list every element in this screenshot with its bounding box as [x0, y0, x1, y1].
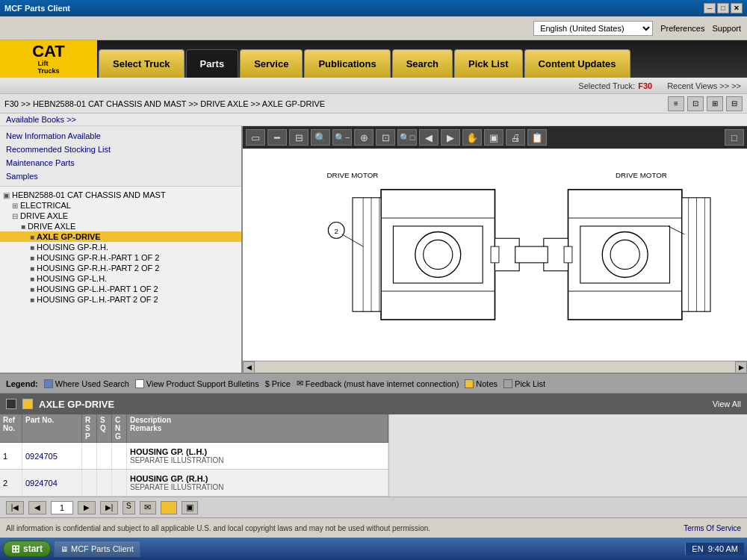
window-controls: ─ □ ✕ [704, 3, 743, 13]
tab-service[interactable]: Service [240, 49, 303, 78]
tab-search[interactable]: Search [392, 49, 453, 78]
tree-icon: ■ [30, 264, 34, 273]
support-link[interactable]: Support [712, 24, 741, 33]
taskbar-app-item[interactable]: 🖥 MCF Parts Client [54, 541, 140, 557]
tab-parts[interactable]: Parts [186, 49, 239, 78]
nav-first-btn[interactable]: |◀ [6, 501, 24, 514]
page-input[interactable] [51, 501, 73, 514]
parts-desc-1: HOUSING GP. (L.H.) SEPARATE ILLUSTRATION [127, 443, 388, 469]
breadcrumb-icon-3[interactable]: ⊞ [707, 96, 723, 111]
tree-item[interactable]: ■ DRIVE AXLE [0, 221, 241, 231]
tree-icon: ⊞ [12, 202, 18, 210]
tree-item[interactable]: ■ HOUSING GP-R.H.-PART 1 OF 2 [0, 252, 241, 263]
horizontal-scrollbar[interactable]: ◀ ▶ [243, 361, 747, 373]
language-select[interactable]: English (United States) [533, 21, 653, 36]
legend-bulletins: View Product Support Bulletins [135, 379, 259, 388]
breadcrumb-icon-4[interactable]: ⊟ [726, 96, 743, 111]
parts-color-yellow[interactable] [22, 399, 33, 409]
scroll-right-btn[interactable]: ▶ [735, 361, 747, 373]
tree-item[interactable]: ■ HOUSING GP-R.H.-PART 2 OF 2 [0, 263, 241, 273]
gray-box-btn[interactable]: ▣ [182, 501, 198, 514]
parts-partno-1[interactable]: 0924705 [22, 443, 82, 469]
parts-rows: 1 0924705 HOUSING GP. (L.H.) SEPARATE IL… [0, 443, 388, 497]
diag-btn-view[interactable]: ▣ [484, 129, 503, 146]
diag-btn-split[interactable]: ⊟ [289, 129, 309, 146]
legend-notes: Notes [465, 379, 498, 388]
diag-btn-window[interactable]: □ [725, 129, 744, 146]
legend-box-blue [44, 379, 53, 388]
tab-select-truck[interactable]: Select Truck [99, 49, 185, 78]
scroll-left-btn[interactable]: ◀ [243, 361, 255, 373]
view-all-link[interactable]: View All [713, 399, 741, 408]
maximize-button[interactable]: □ [717, 3, 729, 13]
parts-right-panel [388, 414, 747, 497]
recent-views-link[interactable]: Recent Views >> [667, 81, 741, 90]
diag-btn-zoom-fit[interactable]: ⊕ [354, 129, 374, 146]
tree-icon: ▣ [3, 191, 10, 199]
tab-content-updates[interactable]: Content Updates [524, 49, 630, 78]
diag-btn-prev[interactable]: ◀ [419, 129, 438, 146]
diag-btn-next[interactable]: ▶ [441, 129, 460, 146]
sidebar-link-stocking[interactable]: Recommended Stocking List [6, 143, 235, 156]
legend-box-gray [503, 379, 512, 388]
available-books-link[interactable]: Available Books >> [0, 113, 747, 126]
tree-item[interactable]: ■ HOUSING GP-L.H.-PART 2 OF 2 [0, 294, 241, 305]
sidebar-link-new-info[interactable]: New Information Available [6, 129, 235, 143]
legend-pick-list: Pick List [503, 379, 545, 388]
legend-bar: Legend: Where Used Search View Product S… [0, 373, 747, 393]
parts-header: AXLE GP-DRIVE View All [0, 393, 747, 414]
svg-rect-13 [353, 198, 381, 311]
parts-partno-2[interactable]: 0924704 [22, 470, 82, 496]
parts-ref-1: 1 [0, 443, 22, 469]
locale-indicator: EN [692, 544, 703, 553]
scroll-track[interactable] [255, 361, 735, 373]
yellow-box-btn[interactable] [161, 501, 177, 514]
preferences-link[interactable]: Preferences [660, 24, 704, 33]
diag-btn-zoom-area[interactable]: ⊡ [376, 129, 395, 146]
close-button[interactable]: ✕ [731, 3, 743, 13]
diag-btn-zoom-out[interactable]: 🔍− [332, 129, 352, 146]
sidebar-link-samples[interactable]: Samples [6, 169, 235, 183]
comment-btn[interactable]: ✉ [140, 501, 156, 514]
tree-item[interactable]: ■ HOUSING GP-R.H. [0, 242, 241, 252]
tree-item[interactable]: ■ HOUSING GP-L.H.-PART 1 OF 2 [0, 284, 241, 294]
col-header-s: SQ [97, 414, 112, 442]
tree-item[interactable]: ⊞ ELECTRICAL [0, 200, 241, 211]
breadcrumb-icon-2[interactable]: ⊡ [687, 96, 704, 111]
diagram-area: ▭ ━ ⊟ 🔍 🔍− ⊕ ⊡ 🔍□ ◀ ▶ ✋ ▣ 🖨 📋 □ [243, 126, 747, 373]
s-btn[interactable]: S [123, 501, 135, 514]
mail-icon: ✉ [297, 379, 303, 388]
legend-box-yellow [465, 379, 474, 388]
tab-publications[interactable]: Publications [304, 49, 390, 78]
tab-pick-list[interactable]: Pick List [454, 49, 522, 78]
sidebar-link-maintenance[interactable]: Maintenance Parts [6, 156, 235, 169]
start-button[interactable]: ⊞ start [3, 541, 51, 557]
diag-btn-pan[interactable]: ✋ [462, 129, 482, 146]
legend-label: Legend: [6, 379, 38, 388]
breadcrumb-icon-1[interactable]: ≡ [668, 96, 684, 111]
parts-desc-2: HOUSING GP. (R.H.) SEPARATE ILLUSTRATION [127, 470, 388, 496]
tree-item[interactable]: ▣ HEBN2588-01 CAT CHASSIS AND MAST [0, 190, 241, 200]
nav-next-btn[interactable]: ▶ [78, 501, 96, 514]
terms-link[interactable]: Terms Of Service [684, 524, 741, 532]
tree-item-highlighted[interactable]: ■ AXLE GP-DRIVE [0, 231, 241, 242]
parts-row-2: 2 0924704 HOUSING GP. (R.H.) SEPARATE IL… [0, 470, 388, 497]
status-text: All information is confidential and subj… [6, 524, 430, 532]
diag-btn-print[interactable]: 🖨 [506, 129, 525, 146]
diag-btn-line[interactable]: ━ [267, 129, 287, 146]
statusbar: All information is confidential and subj… [0, 517, 747, 538]
parts-color-black[interactable] [6, 399, 16, 409]
nav-last-btn[interactable]: ▶| [100, 501, 118, 514]
navbar: CAT LiftTrucks Select Truck Parts Servic… [0, 40, 747, 78]
col-header-c: CNG [112, 414, 127, 442]
minimize-button[interactable]: ─ [704, 3, 716, 13]
diag-btn-zoom-in[interactable]: 🔍 [311, 129, 330, 146]
diag-btn-export[interactable]: 📋 [527, 129, 547, 146]
diag-btn-rect[interactable]: ▭ [246, 129, 265, 146]
tree-item[interactable]: ■ HOUSING GP-L.H. [0, 273, 241, 284]
selected-truck-value: F30 [638, 81, 652, 90]
cat-logo: CAT LiftTrucks [0, 40, 97, 78]
diag-btn-search[interactable]: 🔍□ [397, 129, 417, 146]
nav-prev-btn[interactable]: ◀ [28, 501, 46, 514]
tree-item[interactable]: ⊟ DRIVE AXLE [0, 211, 241, 221]
